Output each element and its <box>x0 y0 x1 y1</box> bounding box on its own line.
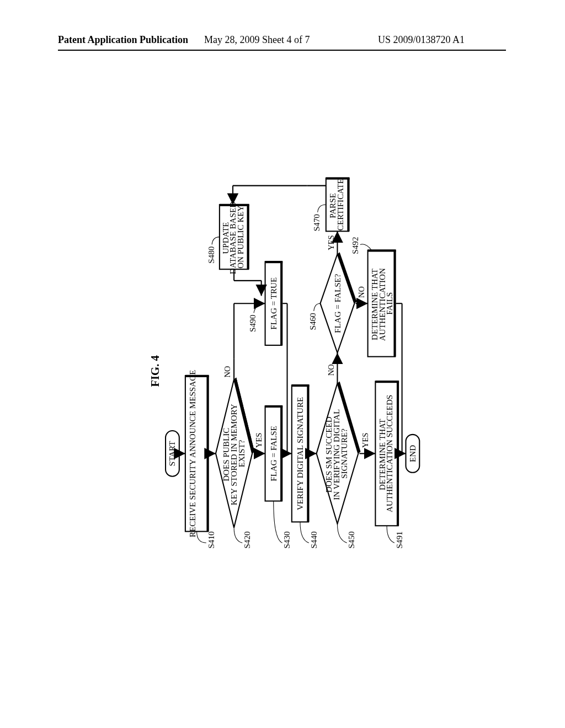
s470-box: PARSE CERTIFICATE <box>326 177 350 231</box>
edge-label-no: NO <box>327 364 335 376</box>
s490-box: FLAG = TRUE <box>265 261 283 345</box>
start-node: START <box>166 431 179 477</box>
edge-label-no: NO <box>357 286 366 298</box>
svg-rect-37 <box>397 381 399 526</box>
s420-decision: DOES PUBLIC KEY STORED IN MEMORY EXIST? <box>216 378 254 528</box>
s450-decision: DOES SM SUCCEED IN VERIFYING DIGITAL SIG… <box>317 381 361 523</box>
svg-text:START: START <box>167 441 177 466</box>
svg-rect-33 <box>247 205 249 269</box>
svg-rect-19 <box>307 385 309 522</box>
s460-decision: FLAG = FALSE? <box>320 252 356 353</box>
leader <box>387 526 395 543</box>
leader <box>254 303 265 313</box>
end-node: END <box>406 435 419 473</box>
s440-ref: S440 <box>309 531 318 548</box>
s440-box: VERIFY DIGITAL SIGNATURE <box>292 384 310 522</box>
page: Patent Application Publication May 28, 2… <box>0 0 565 728</box>
svg-rect-29 <box>347 178 349 231</box>
leader <box>197 532 206 543</box>
s470-ref: S470 <box>312 214 321 231</box>
s491-ref: S491 <box>395 531 404 548</box>
s480-ref: S480 <box>206 247 216 264</box>
edge-label-yes: YES <box>254 433 263 448</box>
svg-text:FLAG = TRUE: FLAG = TRUE <box>269 277 278 330</box>
header-rule <box>58 50 506 51</box>
flowchart: FIG. 4 START RECEIVE SECURITY ANNOUNCE M… <box>0 173 565 570</box>
svg-text:RECEIVE SECURITY ANNOUNCE MESS: RECEIVE SECURITY ANNOUNCE MESSAGE <box>188 370 197 538</box>
s450-ref: S450 <box>347 531 356 548</box>
header-middle: May 28, 2009 Sheet 4 of 7 <box>204 34 310 46</box>
leader <box>314 303 321 311</box>
svg-text:VERIFY DIGITAL SIGNATURE: VERIFY DIGITAL SIGNATURE <box>295 397 305 510</box>
leader <box>300 522 309 543</box>
figure-label: FIG. 4 <box>149 355 161 387</box>
edge-label-yes: YES <box>361 433 370 448</box>
leader <box>212 237 220 245</box>
header-left: Patent Application Publication <box>58 34 188 46</box>
s480-box: UPDATE DATABASE BASED ON PUBLIC KEY <box>220 200 249 274</box>
svg-rect-38 <box>375 381 399 383</box>
leader <box>234 528 242 543</box>
svg-text:FLAG = FALSE?: FLAG = FALSE? <box>333 274 342 333</box>
svg-rect-42 <box>368 249 396 251</box>
svg-rect-11 <box>280 406 282 501</box>
leader <box>360 244 372 250</box>
svg-rect-20 <box>292 384 310 387</box>
s490-ref: S490 <box>248 315 257 332</box>
svg-rect-3 <box>206 376 209 531</box>
s430-ref: S430 <box>282 531 291 548</box>
s492-ref: S492 <box>350 237 360 254</box>
header: Patent Application Publication May 28, 2… <box>0 34 565 51</box>
edge-label-no: NO <box>223 366 232 378</box>
s492-box: DETERMINE THAT AUTHENTICATION FAILS <box>368 249 396 356</box>
svg-rect-12 <box>265 405 283 408</box>
svg-rect-16 <box>265 261 283 263</box>
edge-label-yes: YES <box>327 235 335 250</box>
svg-text:END: END <box>408 445 417 462</box>
header-right: US 2009/0138720 A1 <box>378 34 465 46</box>
leader <box>274 501 282 543</box>
s491-box: DETERMINE THAT AUTHENTICATION SUCCEEDS <box>375 381 399 526</box>
s460-ref: S460 <box>308 313 317 330</box>
leader <box>318 205 326 212</box>
leader <box>337 524 347 543</box>
svg-text:FLAG = FALSE: FLAG = FALSE <box>269 426 278 481</box>
s410-ref: S410 <box>206 531 216 548</box>
svg-rect-15 <box>280 261 282 345</box>
s430-box: FLAG = FALSE <box>265 405 283 501</box>
s410-box: RECEIVE SECURITY ANNOUNCE MESSAGE <box>185 370 209 538</box>
s420-ref: S420 <box>242 531 252 548</box>
